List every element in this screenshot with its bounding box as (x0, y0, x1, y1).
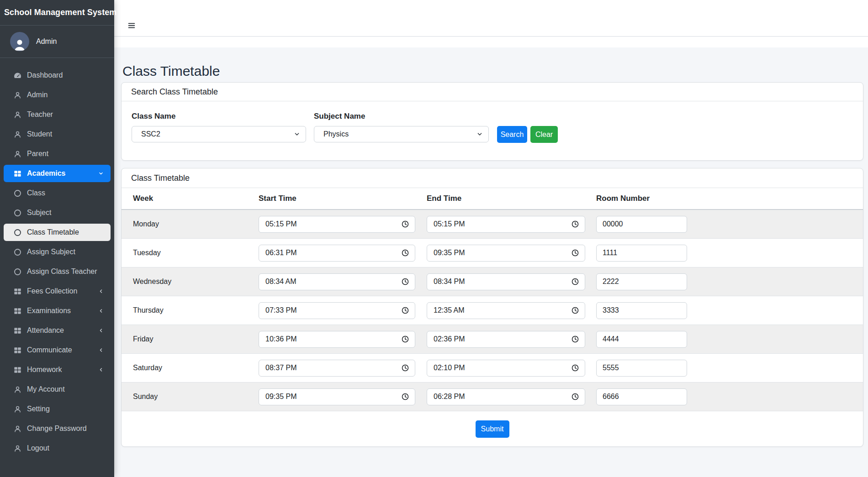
avatar (10, 32, 29, 51)
clock-icon[interactable] (572, 335, 579, 343)
sidebar-item-fees-collection[interactable]: Fees Collection (4, 283, 111, 300)
table-row: Saturday 08:37 PM 02:10 PM (122, 354, 863, 383)
end-time-input[interactable]: 02:36 PM (427, 331, 585, 348)
room-number-input[interactable] (596, 273, 687, 290)
clock-icon[interactable] (402, 335, 409, 343)
sidebar-item-academics[interactable]: Academics (4, 165, 111, 182)
week-label: Friday (133, 335, 259, 343)
class-name-value: SSC2 (141, 130, 160, 138)
table-row: Thursday 07:33 PM 12:35 AM (122, 296, 863, 325)
table-header: Week Start Time End Time Room Number (122, 188, 863, 210)
start-time-input[interactable]: 10:36 PM (259, 331, 415, 348)
table-row: Friday 10:36 PM 02:36 PM (122, 325, 863, 354)
table-row: Monday 05:15 PM 05:15 PM (122, 210, 863, 239)
clock-icon[interactable] (402, 249, 409, 257)
user-icon (13, 150, 22, 158)
sidebar-item-logout[interactable]: Logout (4, 440, 111, 457)
end-time-input[interactable]: 12:35 AM (427, 302, 585, 319)
week-label: Thursday (133, 306, 259, 315)
sidebar-item-parent[interactable]: Parent (4, 145, 111, 162)
chevron-left-icon (98, 347, 104, 353)
chevron-down-icon (476, 131, 483, 137)
clock-icon[interactable] (572, 278, 579, 285)
sidebar-item-change-password[interactable]: Change Password (4, 420, 111, 437)
user-icon (13, 91, 22, 100)
user-icon (13, 444, 22, 453)
room-number-input[interactable] (596, 360, 687, 377)
end-time-input[interactable]: 05:15 PM (427, 216, 585, 233)
sidebar-item-attendance[interactable]: Attendance (4, 322, 111, 339)
start-time-input[interactable]: 08:34 AM (259, 273, 415, 290)
sidebar-item-class-timetable[interactable]: Class Timetable (4, 224, 111, 241)
sidebar-item-subject[interactable]: Subject (4, 204, 111, 221)
clock-icon[interactable] (572, 364, 579, 372)
col-header-week: Week (133, 194, 259, 203)
class-name-label: Class Name (132, 112, 175, 121)
clock-icon[interactable] (572, 220, 579, 228)
sidebar-item-assign-class-teacher[interactable]: Assign Class Teacher (4, 263, 111, 280)
week-label: Wednesday (133, 278, 259, 286)
end-time-input[interactable]: 08:34 PM (427, 273, 585, 290)
week-label: Tuesday (133, 249, 259, 257)
class-name-select[interactable]: SSC2 (132, 126, 306, 142)
sidebar-nav: Dashboard Admin Teacher Student Parent A… (0, 58, 114, 457)
clear-button[interactable]: Clear (530, 126, 558, 143)
table-icon (13, 346, 22, 355)
user-icon (13, 385, 22, 394)
start-time-input[interactable]: 07:33 PM (259, 302, 415, 319)
user-icon (13, 130, 22, 139)
sidebar-item-student[interactable]: Student (4, 126, 111, 143)
clock-icon[interactable] (402, 307, 409, 314)
clock-icon[interactable] (402, 393, 409, 400)
table-icon (13, 169, 22, 178)
chevron-left-icon (98, 367, 104, 372)
search-button[interactable]: Search (497, 126, 527, 143)
week-label: Monday (133, 220, 259, 228)
submit-button[interactable]: Submit (476, 420, 509, 438)
clock-icon[interactable] (402, 220, 409, 228)
sidebar-item-homework[interactable]: Homework (4, 361, 111, 378)
table-row: Tuesday 06:31 PM 09:35 PM (122, 239, 863, 267)
sidebar-item-examinations[interactable]: Examinations (4, 302, 111, 320)
start-time-input[interactable]: 06:31 PM (259, 245, 415, 262)
app-root: School Management System Admin Dashboard… (0, 0, 868, 477)
sidebar-item-dashboard[interactable]: Dashboard (4, 67, 111, 84)
menu-toggle-icon[interactable] (127, 21, 136, 30)
room-number-input[interactable] (596, 331, 687, 348)
start-time-input[interactable]: 05:15 PM (259, 216, 415, 233)
sidebar-item-communicate[interactable]: Communicate (4, 341, 111, 359)
room-number-input[interactable] (596, 245, 687, 262)
col-header-end-time: End Time (427, 194, 596, 203)
clock-icon[interactable] (402, 364, 409, 372)
page-title: Class Timetable (122, 63, 220, 79)
clock-icon[interactable] (572, 307, 579, 314)
week-label: Sunday (133, 393, 259, 401)
room-number-input[interactable] (596, 216, 687, 233)
clock-icon[interactable] (572, 249, 579, 257)
chevron-down-icon (294, 131, 300, 137)
start-time-input[interactable]: 09:35 PM (259, 388, 415, 405)
end-time-input[interactable]: 02:10 PM (427, 360, 585, 377)
sidebar-item-setting[interactable]: Setting (4, 400, 111, 418)
clock-icon[interactable] (572, 393, 579, 400)
end-time-input[interactable]: 09:35 PM (427, 245, 585, 262)
circle-icon (13, 248, 22, 257)
sidebar-item-assign-subject[interactable]: Assign Subject (4, 243, 111, 261)
room-number-input[interactable] (596, 388, 687, 405)
user-icon (13, 110, 22, 119)
sidebar-item-teacher[interactable]: Teacher (4, 106, 111, 123)
navbar-sub-strip (114, 37, 868, 47)
col-header-room-number: Room Number (596, 194, 863, 203)
room-number-input[interactable] (596, 302, 687, 319)
sidebar-item-my-account[interactable]: My Account (4, 381, 111, 398)
sidebar-item-class[interactable]: Class (4, 184, 111, 202)
end-time-input[interactable]: 06:28 PM (427, 388, 585, 405)
table-icon (13, 307, 22, 315)
clock-icon[interactable] (402, 278, 409, 285)
circle-icon (13, 209, 22, 217)
subject-name-select[interactable]: Physics (314, 126, 489, 142)
chevron-left-icon (98, 288, 104, 294)
brand-title: School Management System (0, 0, 114, 26)
sidebar-item-admin[interactable]: Admin (4, 86, 111, 104)
start-time-input[interactable]: 08:37 PM (259, 360, 415, 377)
